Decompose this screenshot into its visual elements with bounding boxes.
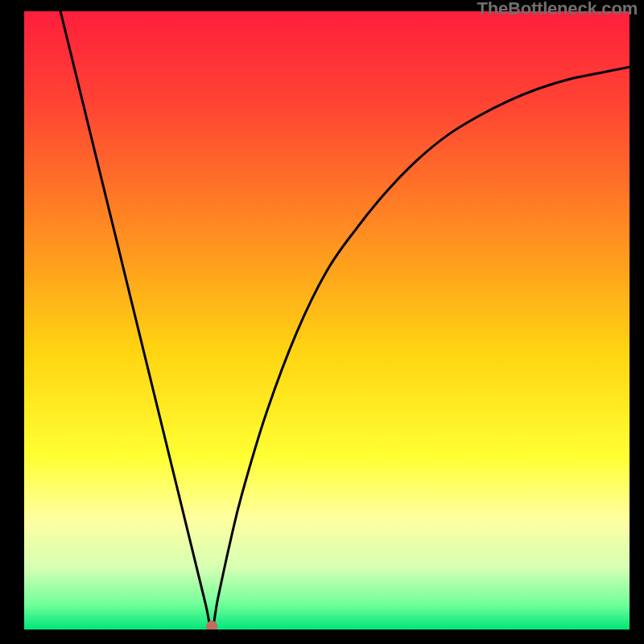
watermark-label: TheBottleneck.com — [477, 0, 638, 19]
chart-frame — [24, 11, 630, 630]
gradient-background — [24, 11, 630, 630]
bottleneck-chart — [24, 11, 630, 630]
